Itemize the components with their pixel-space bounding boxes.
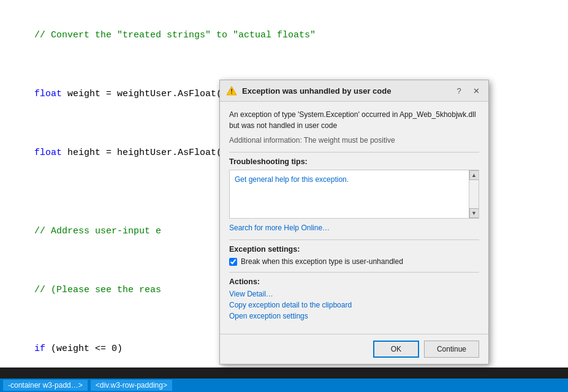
tips-link[interactable]: Get general help for this exception.: [235, 175, 349, 184]
exception-settings-section: Exception settings: Break when this exce…: [229, 245, 479, 266]
status-item-1[interactable]: -container w3-padd…>: [3, 380, 88, 391]
continue-button[interactable]: Continue: [424, 341, 479, 358]
view-detail-link[interactable]: View Detail…: [229, 290, 479, 298]
dialog-footer: OK Continue: [220, 334, 488, 364]
scrollbar[interactable]: ▲ ▼: [469, 170, 479, 218]
code-line-1: // Convert the "treated strings" to "act…: [12, 6, 556, 65]
divider-3: [229, 272, 479, 273]
checkbox-label: Break when this exception type is user-u…: [241, 257, 403, 266]
warning-icon: !: [226, 85, 237, 96]
exception-dialog: ! Exception was unhandled by user code ?…: [219, 80, 489, 364]
divider-1: [229, 152, 479, 153]
svg-text:!: !: [230, 88, 233, 95]
status-bar: -container w3-padd…> <div.w3-row-padding…: [0, 379, 568, 392]
tips-box[interactable]: Get general help for this exception. ▲ ▼: [229, 170, 479, 219]
divider-2: [229, 239, 479, 240]
exception-message: An exception of type 'System.Exception' …: [229, 109, 479, 131]
checkbox-row: Break when this exception type is user-u…: [229, 257, 479, 266]
ok-button[interactable]: OK: [373, 341, 419, 358]
actions-section: Actions: View Detail… Copy exception det…: [229, 277, 479, 320]
break-exception-checkbox[interactable]: [229, 258, 237, 266]
actions-label: Actions:: [229, 277, 479, 286]
copy-exception-link[interactable]: Copy exception detail to the clipboard: [229, 301, 479, 309]
dialog-body: An exception of type 'System.Exception' …: [220, 102, 488, 334]
status-item-2[interactable]: <div.w3-row-padding>: [91, 380, 172, 391]
dialog-close-button[interactable]: ✕: [470, 85, 482, 97]
troubleshooting-label: Troubleshooting tips:: [229, 157, 479, 166]
scroll-down-arrow[interactable]: ▼: [469, 208, 479, 218]
scroll-up-arrow[interactable]: ▲: [469, 170, 479, 180]
search-help-link[interactable]: Search for more Help Online…: [229, 224, 479, 232]
dialog-titlebar: ! Exception was unhandled by user code ?…: [220, 80, 488, 102]
open-exception-settings-link[interactable]: Open exception settings: [229, 312, 479, 320]
dialog-title: Exception was unhandled by user code: [242, 86, 448, 96]
exception-settings-label: Exception settings:: [229, 245, 479, 254]
dialog-help-button[interactable]: ?: [453, 85, 465, 97]
additional-info: Additional information: The weight must …: [229, 136, 479, 145]
